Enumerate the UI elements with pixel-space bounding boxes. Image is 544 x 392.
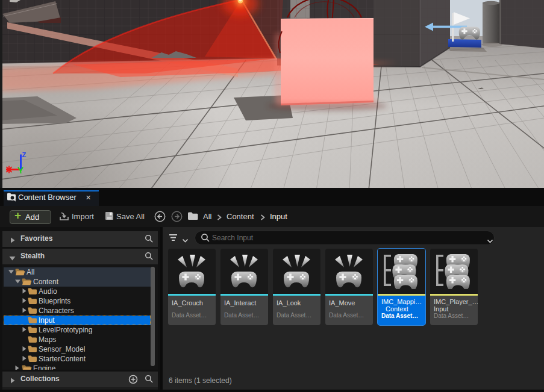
svg-text:Z: Z [22, 151, 27, 158]
